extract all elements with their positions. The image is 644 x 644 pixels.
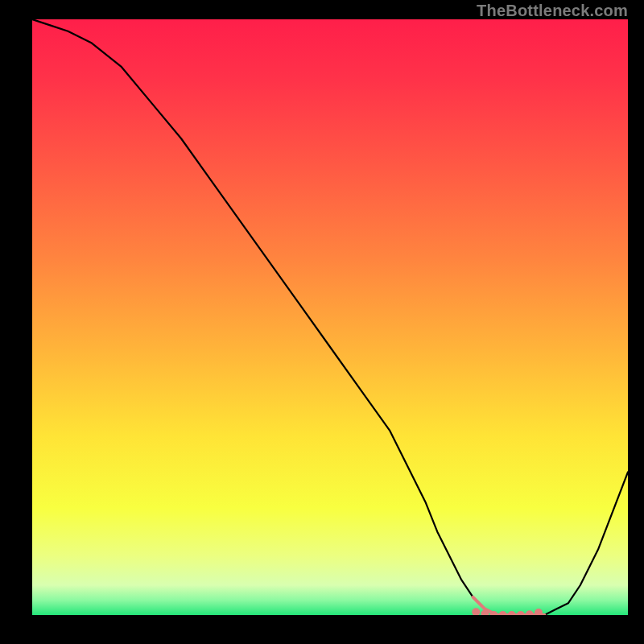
watermark-text: TheBottleneck.com <box>477 2 628 20</box>
plot-area <box>32 19 628 615</box>
bottleneck-curve-canvas <box>32 19 628 615</box>
chart-container: TheBottleneck.com <box>0 0 644 644</box>
